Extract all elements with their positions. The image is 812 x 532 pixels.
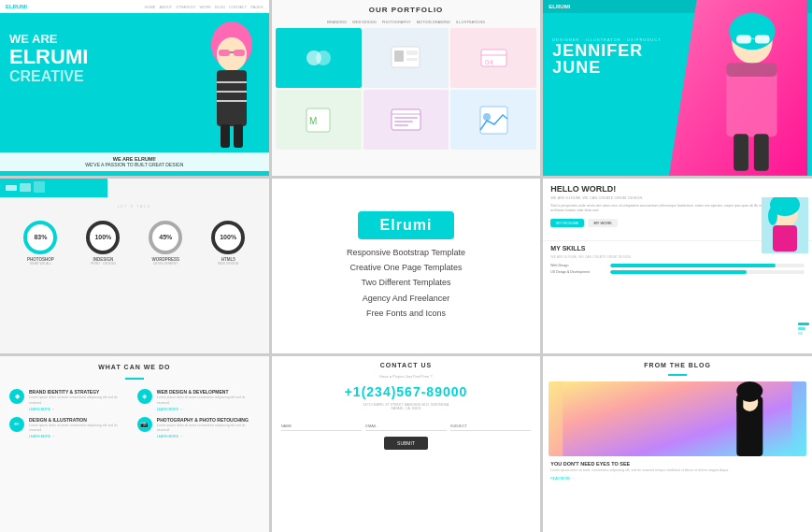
svg-point-28 — [483, 113, 491, 121]
blog-image-inner — [548, 381, 806, 456]
submit-button[interactable]: SUBMIT — [384, 437, 428, 450]
service-desc-3: Lorem ipsum dolor sit amet consectetur a… — [29, 424, 132, 434]
features-list: Responsive Bootstrap Template Creative O… — [347, 245, 465, 321]
service-item-4: 📷 PHOTOGRAPHY & PHOTO RETOUCHING Lorem i… — [137, 417, 260, 439]
contact-phone: +1(234)567-89000 — [272, 381, 541, 403]
port-nav-item[interactable]: PHOTOGRAPHY — [382, 20, 411, 24]
cell-contact: CONTACT US Have a Project Just Feel Free… — [272, 356, 541, 532]
svg-rect-3 — [234, 50, 245, 56]
jennifer-name-2: JUNE — [552, 59, 661, 76]
form-subject-input[interactable] — [450, 422, 532, 431]
skill-name-2: UX Design & Development — [550, 270, 606, 274]
chart-circle-wp: 45% — [149, 221, 182, 254]
resume-button[interactable]: MY RESUME — [550, 219, 584, 227]
top-accent-4 — [0, 179, 269, 197]
chart-label-ps: PHOTOSHOP — [23, 257, 57, 262]
chart-circle-h5: 100% — [211, 221, 245, 254]
nav-bar-1: ELRUMI HOME ABOUT STRATEGY WORK BLOG CON… — [0, 0, 269, 13]
portfolio-item[interactable] — [363, 28, 449, 88]
services-divider — [125, 378, 144, 380]
nav-item[interactable]: HOME — [144, 5, 155, 9]
portfolio-item[interactable] — [363, 90, 449, 150]
service-item-1: ◆ BRAND IDENTITY & STRATEGY Lorem ipsum … — [9, 389, 132, 411]
blog-read-more[interactable]: READ MORE → — [543, 474, 812, 483]
port-nav-item[interactable]: WEB DESIGN — [352, 20, 377, 24]
port-nav-item[interactable]: BRANDING — [327, 20, 347, 24]
services-grid: ◆ BRAND IDENTITY & STRATEGY Lorem ipsum … — [0, 385, 269, 442]
port-nav-item[interactable]: ILLUSTRATIONS — [456, 20, 485, 24]
contact-sub: Have a Project Just Feel Free ? — [272, 374, 541, 379]
svg-rect-15 — [406, 50, 418, 55]
chart-photoshop: 83% PHOTOSHOP WHAT WE ALL — [23, 221, 57, 266]
service-desc-2: Lorem ipsum dolor sit amet consectetur a… — [157, 395, 260, 406]
feature-item-3: Two Different Templates — [347, 275, 465, 290]
contact-form: SUBMIT — [272, 418, 541, 453]
service-link-2[interactable]: LEARN MORE → — [157, 408, 260, 411]
charts-row: 83% PHOTOSHOP WHAT WE ALL 100% INDESIGN … — [0, 216, 269, 270]
service-desc-1: Lorem ipsum dolor sit amet consectetur a… — [29, 395, 132, 406]
girl-illustration — [194, 22, 269, 157]
work-button[interactable]: MY WORK — [588, 219, 617, 227]
service-text-4: PHOTOGRAPHY & PHOTO RETOUCHING Lorem ips… — [157, 417, 260, 439]
svg-point-12 — [316, 50, 331, 65]
svg-rect-5 — [217, 70, 247, 126]
svg-point-45 — [768, 207, 777, 225]
svg-rect-22 — [392, 109, 420, 130]
service-desc-4: Lorem ipsum dolor sit amet consectetur a… — [157, 424, 260, 434]
feature-item-2: Creative One Page Templates — [347, 260, 465, 275]
cell-hello-world: HELLO WORLD! WE ARE ELRUMI, WE CAN CREAT… — [543, 179, 812, 354]
svg-rect-38 — [754, 134, 769, 171]
form-name-input[interactable] — [281, 422, 363, 431]
portfolio-item[interactable]: 04 — [450, 28, 536, 88]
svg-rect-32 — [736, 36, 751, 44]
service-link-3[interactable]: LEARN MORE → — [29, 435, 132, 439]
form-email-input[interactable] — [365, 422, 447, 431]
hero-brand: ELRUMI — [9, 46, 88, 68]
service-link-1[interactable]: LEARN MORE → — [29, 408, 132, 411]
logo-1: ELRUMI — [6, 4, 27, 9]
svg-text:M: M — [309, 116, 317, 126]
logo-3: ELRUMI — [548, 4, 570, 9]
skill-row-2: UX Design & Development — [550, 270, 805, 274]
cell-hero-cyan: ELRUMI HOME ABOUT STRATEGY WORK BLOG CON… — [0, 0, 269, 176]
svg-rect-16 — [406, 58, 418, 61]
cell-services: WHAT CAN WE DO ◆ BRAND IDENTITY & STRATE… — [0, 356, 269, 532]
nav-item[interactable]: STRATEGY — [176, 5, 195, 9]
chart-circle-id: 100% — [86, 221, 120, 254]
service-text-2: WEB DESIGN & DEVELOPMENT Lorem ipsum dol… — [157, 389, 260, 411]
cell-jennifer: ELRUMI HOME ABOUT STRATEGY WORK BLOG CON… — [543, 0, 812, 176]
chart-label-wp: WORDPRESS — [149, 257, 182, 262]
blog-post-title: YOU DON'T NEED EYES TO SEE — [543, 456, 812, 468]
nav-item[interactable]: PAGES — [250, 5, 264, 9]
skill-track-2 — [610, 270, 805, 274]
service-text-1: BRAND IDENTITY & STRATEGY Lorem ipsum do… — [29, 389, 132, 411]
skill-row-1: Web Design — [550, 264, 805, 267]
skill-name-1: Web Design — [550, 264, 606, 267]
nav-item[interactable]: WORK — [200, 5, 211, 9]
portfolio-item[interactable] — [450, 90, 536, 150]
nav-links-1[interactable]: HOME ABOUT STRATEGY WORK BLOG CONTACT PA… — [144, 5, 263, 9]
chart-html5: 100% HTML5 WEB DESIGN — [211, 221, 245, 266]
chart-indesign: 100% INDESIGN PRINT · DESIGN — [86, 221, 120, 266]
portfolio-nav[interactable]: BRANDING WEB DESIGN PHOTOGRAPHY MOTION D… — [272, 20, 541, 24]
svg-rect-24 — [394, 117, 418, 119]
skill-fill-2 — [610, 270, 746, 274]
svg-rect-9 — [221, 124, 230, 148]
nav-item[interactable]: BLOG — [215, 5, 225, 9]
cell-portfolio: OUR PORTFOLIO BRANDING WEB DESIGN PHOTOG… — [272, 0, 541, 176]
feature-item-1: Responsive Bootstrap Template — [347, 245, 465, 260]
nav-item[interactable]: CONTACT — [229, 5, 247, 9]
skills-sub: WE ARE ELRUMI, WE CAN CREATE GREAT DESIG… — [550, 255, 805, 259]
brand-badge: Elrumi — [358, 211, 455, 239]
port-nav-item[interactable]: MOTION DRAWING — [417, 20, 450, 24]
portfolio-item[interactable]: M — [276, 90, 362, 150]
form-row-1 — [281, 422, 532, 431]
cell-charts: LET'S TALK 83% PHOTOSHOP WHAT WE ALL 100… — [0, 179, 269, 354]
portfolio-grid: 04 M — [272, 28, 541, 150]
cell-blog: FROM THE BLOG — [543, 356, 812, 532]
nav-item[interactable]: ABOUT — [159, 5, 172, 9]
svg-rect-31 — [729, 13, 775, 50]
portfolio-item[interactable] — [276, 28, 362, 88]
portrait-area — [762, 197, 808, 253]
service-link-4[interactable]: LEARN MORE → — [157, 435, 260, 439]
